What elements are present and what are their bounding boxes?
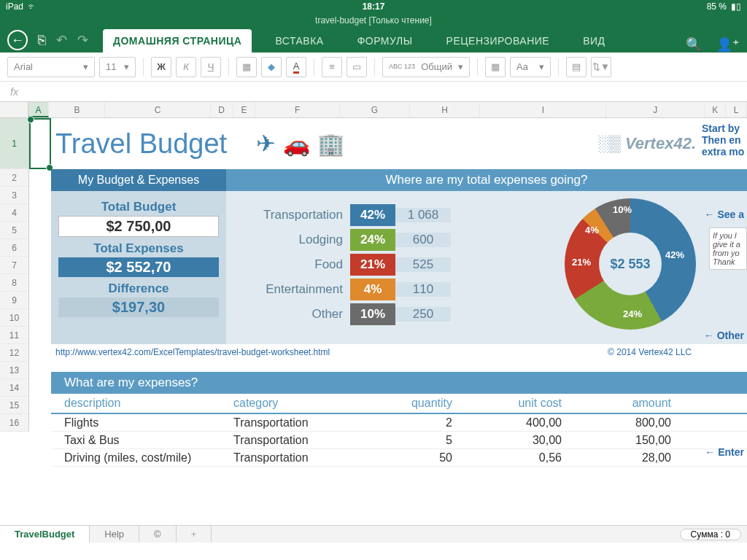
exp-row-2[interactable]: Driving (miles, cost/mile)Transportation… [51, 449, 747, 467]
difference-label: Difference [58, 281, 219, 296]
side-hint: Start by Then en extra mo [702, 122, 746, 158]
align-button[interactable]: ≡ [322, 57, 342, 77]
row-header-8[interactable]: 8 [0, 274, 28, 292]
file-icon[interactable]: ⎘ [38, 33, 46, 48]
col-header-H[interactable]: H [410, 102, 480, 117]
redo-button[interactable]: ↷ [77, 32, 88, 48]
sort-filter-button[interactable]: ⇅▼ [591, 57, 611, 77]
cat-pct: 4% [350, 279, 395, 300]
cat-pct: 21% [350, 254, 395, 276]
cat-label: Other [248, 307, 350, 322]
col-header-A[interactable]: A [28, 102, 50, 117]
device-label: iPad [6, 1, 23, 12]
cat-num: 600 [395, 233, 451, 247]
ribbon-tab-1[interactable]: ВСТАВКА [265, 29, 333, 52]
font-color-button[interactable]: A [286, 57, 306, 77]
row-header-6[interactable]: 6 [0, 239, 28, 257]
donut-label-4: 10% [613, 204, 632, 215]
row-header-15[interactable]: 15 [0, 397, 28, 414]
ribbon-tab-2[interactable]: ФОРМУЛЫ [347, 29, 423, 52]
clock: 18:17 [363, 1, 385, 12]
total-budget-value[interactable]: $2 750,00 [58, 216, 219, 237]
border-button[interactable]: ▦ [236, 57, 257, 77]
side-card: If you l give it a from yo Thank [709, 228, 747, 270]
insert-button[interactable]: ▤ [566, 57, 587, 77]
number-format[interactable]: ABC 123Общий▾ [382, 57, 470, 77]
table-button[interactable]: ▦ [485, 57, 506, 77]
col-header-J[interactable]: J [606, 102, 705, 117]
col-header-K[interactable]: K [705, 102, 726, 117]
italic-button[interactable]: К [176, 57, 196, 77]
font-size[interactable]: 11▾ [99, 57, 136, 77]
share-icon[interactable]: 👤⁺ [716, 36, 740, 52]
formula-bar[interactable]: fx [0, 82, 747, 102]
col-header-L[interactable]: L [726, 102, 747, 117]
row-header-5[interactable]: 5 [0, 222, 28, 239]
row-header-13[interactable]: 13 [0, 362, 28, 379]
search-icon[interactable]: 🔍 [686, 36, 702, 52]
total-expenses-value: $2 552,70 [58, 257, 219, 277]
col-header-C[interactable]: C [105, 102, 210, 117]
donut-label-3: 4% [585, 225, 599, 236]
total-budget-label: Total Budget [58, 200, 219, 214]
expense-chart-header: Where are my total expenses going? [226, 169, 747, 191]
format-bar: Arial▾ 11▾ Ж К Ч ▦ ◆ A ≡ ▭ ABC 123Общий▾… [0, 52, 747, 82]
fill-button[interactable]: ◆ [261, 57, 282, 77]
col-header-F[interactable]: F [255, 102, 339, 117]
col-header-G[interactable]: G [340, 102, 410, 117]
side-link-other[interactable]: ← Other [704, 330, 744, 341]
exp-row-0[interactable]: FlightsTransportation2400,00800,00 [51, 414, 747, 432]
sheet-tab-0[interactable]: TravelBudget [0, 526, 90, 543]
bold-button[interactable]: Ж [151, 57, 171, 77]
active-cell[interactable] [29, 118, 51, 169]
back-button[interactable]: ← [7, 30, 28, 50]
row-header-7[interactable]: 7 [0, 257, 28, 274]
col-header-I[interactable]: I [480, 102, 606, 117]
side-link-see[interactable]: ← See a [705, 209, 744, 220]
row-header-12[interactable]: 12 [0, 344, 28, 362]
exp-row-1[interactable]: Taxi & BusTransportation530,00150,00 [51, 432, 747, 449]
expenses-title: What are my expenses? [51, 372, 747, 394]
row-header-11[interactable]: 11 [0, 327, 28, 344]
ribbon-tab-4[interactable]: ВИД [573, 29, 615, 52]
sheet-tab-2[interactable]: © [139, 526, 177, 543]
side-link-enter[interactable]: ← Enter [705, 446, 744, 458]
category-row-2: Food 21% 525 [248, 252, 451, 277]
donut-label-0: 42% [665, 249, 684, 260]
ribbon: ← ⎘ ↶ ↷ ДОМАШНЯЯ СТРАНИЦАВСТАВКАФОРМУЛЫР… [0, 28, 747, 52]
cat-label: Food [248, 257, 350, 272]
undo-button[interactable]: ↶ [56, 32, 67, 48]
ribbon-tab-0[interactable]: ДОМАШНЯЯ СТРАНИЦА [103, 29, 252, 52]
battery-label: 85 % [707, 1, 727, 12]
cat-label: Lodging [248, 233, 350, 247]
battery-icon: ▮▯ [731, 1, 741, 12]
row-header-10[interactable]: 10 [0, 309, 28, 327]
merge-button[interactable]: ▭ [347, 57, 367, 77]
ribbon-tab-3[interactable]: РЕЦЕНЗИРОВАНИЕ [436, 29, 560, 52]
exp-col-1: category [233, 397, 379, 410]
category-row-4: Other 10% 250 [248, 302, 451, 327]
cat-num: 250 [395, 307, 451, 322]
font-select[interactable]: Arial▾ [7, 57, 95, 77]
wifi-icon: ᯤ [28, 1, 36, 12]
row-header-2[interactable]: 2 [0, 169, 28, 187]
cat-num: 110 [395, 282, 451, 297]
cell-style[interactable]: Aa▾ [510, 57, 551, 77]
row-header-16[interactable]: 16 [0, 414, 28, 432]
add-sheet-button[interactable]: + [177, 526, 212, 543]
row-header-3[interactable]: 3 [0, 187, 28, 204]
category-row-3: Entertainment 4% 110 [248, 277, 451, 302]
building-icon: 🏢 [317, 131, 344, 157]
col-header-E[interactable]: E [233, 102, 256, 117]
select-all-corner[interactable] [0, 102, 28, 117]
row-header-14[interactable]: 14 [0, 379, 28, 397]
row-header-9[interactable]: 9 [0, 292, 28, 309]
template-link[interactable]: http://www.vertex42.com/ExcelTemplates/t… [55, 347, 330, 357]
row-header-1[interactable]: 1 [0, 118, 28, 169]
row-header-4[interactable]: 4 [0, 204, 28, 222]
col-header-B[interactable]: B [49, 102, 105, 117]
sheet-tab-1[interactable]: Help [90, 526, 139, 543]
status-sum: Сумма : 0 [680, 529, 741, 540]
underline-button[interactable]: Ч [201, 57, 221, 77]
col-header-D[interactable]: D [211, 102, 233, 117]
